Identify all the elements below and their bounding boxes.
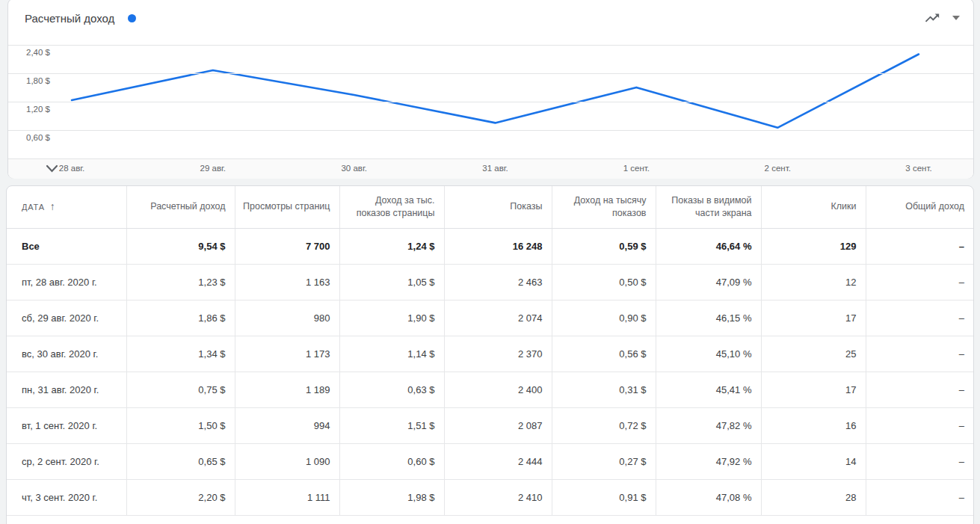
collapse-chart-icon[interactable] (46, 164, 58, 173)
value-cell: 1,90 $ (339, 300, 444, 336)
x-axis-tick-label: 29 авг. (200, 164, 226, 173)
value-cell: 2 400 (444, 372, 552, 407)
value-cell: 980 (235, 300, 339, 336)
value-cell: 0,59 $ (552, 228, 656, 264)
value-cell: 1,50 $ (126, 407, 235, 443)
estimated-revenue-chart-card: Расчетный доход 2,40 $1,80 $1,20 $0,60 $… (7, 0, 974, 179)
column-header-4[interactable]: Показы (444, 186, 552, 228)
value-cell: 0,65 $ (126, 443, 235, 479)
value-cell: 47,09 % (656, 264, 761, 300)
value-cell: – (866, 479, 973, 515)
table-footer-row (7, 515, 973, 524)
table-row: ср, 2 сент. 2020 г.0,65 $1 0900,60 $2 44… (7, 443, 973, 479)
y-axis-tick-label: 0,60 $ (26, 133, 50, 142)
value-cell: 45,41 % (656, 372, 761, 407)
value-cell: 2 074 (444, 300, 552, 336)
chevron-down-icon[interactable] (952, 16, 960, 20)
table-row: чт, 3 сент. 2020 г.2,20 $1 1111,98 $2 41… (7, 479, 973, 515)
table-row: вт, 1 сент. 2020 г.1,50 $9941,51 $2 0870… (7, 407, 973, 443)
value-cell: 2 410 (444, 479, 552, 515)
y-axis-tick-label: 1,80 $ (26, 76, 50, 85)
table-row: пт, 28 авг. 2020 г.1,23 $1 1631,05 $2 46… (7, 264, 973, 300)
chart-title: Расчетный доход (25, 12, 114, 25)
plot-area: 2,40 $1,80 $1,20 $0,60 $ (8, 37, 973, 158)
column-header-7[interactable]: Клики (761, 186, 866, 228)
x-axis-tick-label: 31 авг. (482, 164, 508, 173)
value-cell: 46,64 % (656, 228, 761, 264)
value-cell: 9,54 $ (126, 228, 235, 264)
value-cell: 1 090 (235, 443, 339, 479)
gridline (8, 130, 973, 131)
value-cell: – (866, 372, 973, 407)
table-footer (7, 515, 973, 524)
date-cell: ср, 2 сент. 2020 г. (7, 443, 126, 479)
value-cell: 1,34 $ (126, 336, 235, 372)
y-axis-tick-label: 1,20 $ (26, 105, 50, 114)
y-axis-tick-label: 2,40 $ (26, 48, 50, 57)
sort-ascending-icon: ↑ (50, 200, 55, 212)
column-header-2[interactable]: Просмотры страниц (235, 186, 339, 228)
value-cell: – (866, 443, 973, 479)
x-axis-tick-label: 2 сент. (765, 164, 791, 173)
value-cell: 0,27 $ (552, 443, 656, 479)
date-cell: чт, 3 сент. 2020 г. (7, 479, 126, 515)
value-cell: 47,82 % (656, 407, 761, 443)
value-cell: 1,05 $ (339, 264, 444, 300)
column-header-label: Клики (830, 201, 856, 212)
chart-type-icon[interactable] (924, 10, 940, 26)
value-cell: 12 (761, 264, 866, 300)
value-cell: 0,75 $ (126, 372, 235, 407)
date-cell: пт, 28 авг. 2020 г. (7, 264, 126, 300)
value-cell: 7 700 (235, 228, 339, 264)
chart-actions (924, 10, 960, 26)
date-cell: Все (7, 228, 126, 264)
value-cell: 2 087 (444, 407, 552, 443)
value-cell: 17 (761, 372, 866, 407)
value-cell: 0,60 $ (339, 443, 444, 479)
value-cell: 14 (761, 443, 866, 479)
value-cell: 0,72 $ (552, 407, 656, 443)
column-header-label: Доход за тыс. показов страницы (357, 195, 435, 218)
chart-header: Расчетный доход (8, 0, 973, 37)
value-cell: 0,90 $ (552, 300, 656, 336)
column-header-6[interactable]: Показы в видимой части экрана (656, 186, 761, 228)
value-cell: 2,20 $ (126, 479, 235, 515)
x-axis-tick-label: 28 авг. (59, 164, 84, 173)
table-row: пн, 31 авг. 2020 г.0,75 $1 1890,63 $2 40… (7, 372, 973, 407)
value-cell: 45,10 % (656, 336, 761, 372)
x-axis-tick-label: 1 сент. (623, 164, 650, 173)
column-header-8[interactable]: Общий доход (866, 186, 973, 228)
value-cell: 129 (761, 228, 866, 264)
x-axis-tick-label: 3 сент. (905, 164, 931, 173)
value-cell: 1 111 (235, 479, 339, 515)
date-cell: вс, 30 авг. 2020 г. (7, 336, 126, 372)
report-table-card: ДАТА↑Расчетный доходПросмотры страницДох… (6, 185, 974, 524)
gridline (8, 45, 973, 46)
value-cell: 1 163 (235, 264, 339, 300)
value-cell: 2 444 (444, 443, 552, 479)
value-cell: 0,91 $ (552, 479, 656, 515)
value-cell: 1,24 $ (339, 228, 444, 264)
value-cell: – (866, 336, 973, 372)
value-cell: 28 (761, 479, 866, 515)
value-cell: 0,63 $ (339, 372, 444, 407)
value-cell: 0,50 $ (552, 264, 656, 300)
value-cell: – (866, 407, 973, 443)
column-header-label: Просмотры страниц (243, 201, 330, 212)
value-cell: 1,86 $ (126, 300, 235, 336)
value-cell: 47,92 % (656, 443, 761, 479)
column-header-0[interactable]: ДАТА↑ (7, 186, 126, 228)
series-legend-dot[interactable] (128, 14, 136, 22)
column-header-label: Общий доход (905, 201, 964, 212)
column-header-1[interactable]: Расчетный доход (126, 186, 235, 228)
table-row: вс, 30 авг. 2020 г.1,34 $1 1731,14 $2 37… (7, 336, 973, 372)
revenue-line-series (8, 37, 973, 158)
gridline (8, 73, 973, 74)
column-header-5[interactable]: Доход на тысячу показов (552, 186, 656, 228)
x-axis-tick-label: 30 авг. (341, 164, 366, 173)
column-header-label: ДАТА (22, 203, 45, 212)
date-cell: пн, 31 авг. 2020 г. (7, 372, 126, 407)
column-header-label: Расчетный доход (150, 201, 225, 212)
value-cell: 1,23 $ (126, 264, 235, 300)
column-header-3[interactable]: Доход за тыс. показов страницы (339, 186, 444, 228)
